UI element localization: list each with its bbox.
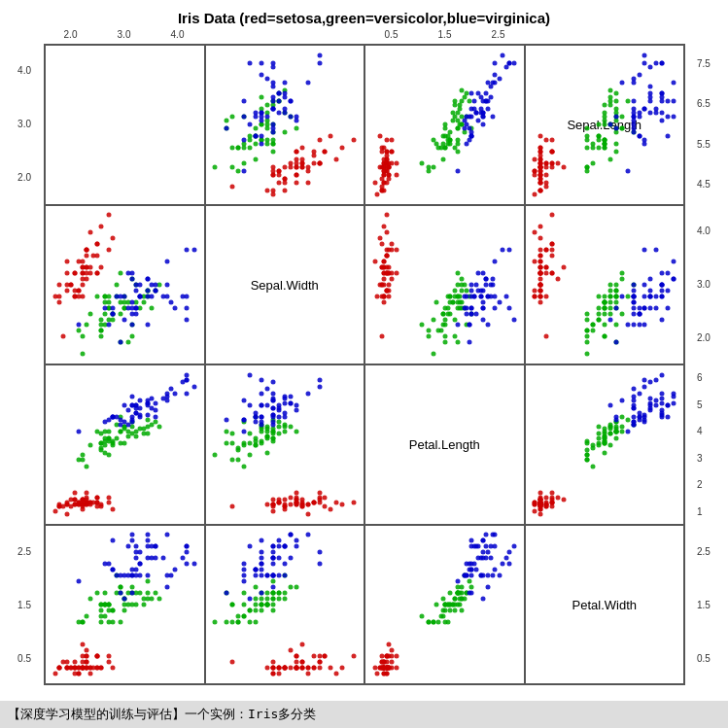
data-point <box>637 72 641 77</box>
data-point <box>276 425 281 430</box>
data-point <box>384 213 389 218</box>
data-point <box>253 420 258 425</box>
data-point <box>394 172 399 177</box>
data-point <box>488 282 493 287</box>
data-point <box>533 288 537 293</box>
panel-r1c0 <box>45 205 205 365</box>
data-point <box>56 299 61 304</box>
data-point <box>648 288 653 293</box>
top-axis: 2.0 3.0 4.0 0.5 1.5 2.5 <box>44 29 685 40</box>
data-point <box>469 584 474 589</box>
data-point <box>433 299 438 304</box>
data-point <box>613 91 618 96</box>
data-point <box>122 441 127 446</box>
data-point <box>230 504 235 509</box>
data-point <box>294 119 298 123</box>
data-point <box>76 259 81 263</box>
data-point <box>584 438 589 443</box>
data-point <box>441 596 446 601</box>
data-point <box>631 299 636 304</box>
data-point <box>253 619 258 624</box>
data-point <box>642 377 647 382</box>
data-point <box>259 415 263 420</box>
data-point <box>590 160 595 165</box>
data-point <box>130 584 135 589</box>
data-point <box>504 294 509 298</box>
data-point <box>506 248 511 253</box>
data-point <box>305 168 310 173</box>
data-point <box>264 572 269 577</box>
data-point <box>276 596 281 601</box>
data-point <box>242 441 247 446</box>
data-point <box>500 52 504 57</box>
data-point <box>111 506 116 511</box>
data-point <box>648 64 653 69</box>
data-point <box>130 568 135 572</box>
data-point <box>334 157 339 162</box>
data-point <box>607 305 612 310</box>
data-point <box>146 538 151 543</box>
data-point <box>242 578 247 583</box>
data-point <box>282 422 287 427</box>
data-point <box>483 276 488 281</box>
data-point <box>294 500 298 504</box>
data-point <box>584 164 589 169</box>
data-point <box>538 180 543 185</box>
data-point <box>253 134 258 139</box>
data-point <box>544 248 549 253</box>
panel-r2c2: Petal.Length <box>364 364 525 525</box>
data-point <box>294 150 298 155</box>
data-point <box>660 400 665 405</box>
data-point <box>382 660 387 665</box>
data-point <box>259 568 263 572</box>
data-point <box>476 556 481 561</box>
data-point <box>259 422 263 427</box>
data-point <box>384 654 389 659</box>
data-point <box>276 538 281 543</box>
data-point <box>619 294 624 298</box>
top-axis-col1: 2.0 3.0 4.0 <box>44 29 204 40</box>
data-point <box>119 590 123 595</box>
data-point <box>382 180 387 185</box>
right-axis: 7.5 6.5 5.5 4.5 4.0 3.0 2.0 6 5 4 3 2 1 … <box>697 44 726 685</box>
data-point <box>443 146 448 151</box>
data-point <box>288 115 293 120</box>
data-point <box>294 666 298 671</box>
data-point <box>660 282 665 287</box>
data-point <box>481 317 486 322</box>
data-point <box>486 323 491 328</box>
data-point <box>493 60 498 65</box>
data-point <box>72 270 77 275</box>
data-point <box>450 119 455 123</box>
data-point <box>259 550 263 555</box>
data-point <box>481 288 486 293</box>
data-point <box>660 412 665 417</box>
data-point <box>270 590 275 595</box>
data-point <box>213 453 218 458</box>
data-point <box>84 270 88 275</box>
data-point <box>294 584 298 589</box>
data-point <box>276 168 281 173</box>
data-point <box>282 544 287 549</box>
data-point <box>288 584 293 589</box>
data-point <box>99 317 104 322</box>
data-point <box>103 420 108 425</box>
data-point <box>387 294 392 298</box>
data-point <box>538 259 543 263</box>
data-point <box>420 160 425 165</box>
data-point <box>130 334 135 339</box>
data-point <box>146 276 151 281</box>
data-point <box>134 288 139 293</box>
data-point <box>613 429 618 433</box>
data-point <box>602 323 607 328</box>
data-point <box>103 305 108 310</box>
data-point <box>584 334 589 339</box>
data-point <box>486 584 491 589</box>
data-point <box>119 340 123 345</box>
data-point <box>270 596 275 601</box>
panel-r2c1 <box>205 364 365 525</box>
data-point <box>230 164 235 169</box>
data-point <box>538 134 543 139</box>
data-point <box>115 294 120 298</box>
data-point <box>478 111 483 116</box>
